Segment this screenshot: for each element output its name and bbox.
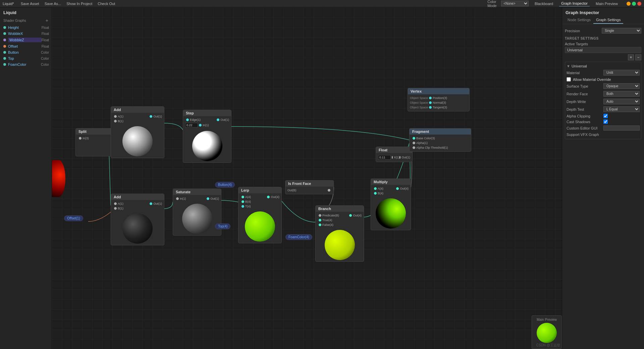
isfront-out-port	[328, 189, 330, 192]
save-asset-button[interactable]: Save Asset	[19, 2, 41, 6]
minimize-button[interactable]	[627, 2, 631, 6]
red-sphere-left	[52, 160, 65, 197]
material-value: Unlit Lit	[603, 70, 640, 76]
main-preview-tab-button[interactable]: Main Preview	[594, 1, 620, 6]
vertex-norm-port	[429, 101, 432, 104]
surface-type-select[interactable]: Opaque Transparent	[603, 83, 640, 89]
depth-write-value: Auto ForceEnabled	[603, 99, 640, 104]
active-targets-label: Active Targets	[565, 42, 602, 46]
saturate-body: In(1) Out(1)	[173, 195, 221, 202]
lerp-b-port	[241, 200, 244, 203]
depth-write-select[interactable]: Auto ForceEnabled	[603, 99, 640, 104]
node-settings-tab[interactable]: Node Settings	[565, 16, 593, 24]
step-value-input[interactable]	[185, 123, 198, 128]
remove-target-button[interactable]: −	[635, 54, 641, 60]
isfront-header: Is Front Face	[285, 181, 333, 187]
inspector-body: Precision Single Half Target Settings Ac…	[562, 24, 644, 349]
variable-wobblex[interactable]: WobbleX Float	[0, 31, 52, 37]
graph-inspector-title: Graph Inspector	[562, 7, 644, 16]
canvas-area[interactable]: Split In(3) R(1) G(1) B(1)	[52, 7, 562, 349]
check-out-button[interactable]: Check Out	[96, 2, 116, 6]
cast-shadows-checkbox[interactable]	[603, 119, 608, 124]
window-controls	[627, 2, 641, 6]
multiply-out-port	[396, 187, 399, 190]
offset-tag: Offset(1)	[64, 215, 83, 221]
variable-wobblez[interactable]: WobbleZ Float	[0, 37, 52, 43]
blackboard-tab-button[interactable]: Blackboard	[533, 1, 555, 6]
step-body: Edge(1) Out(1) In(1)	[183, 116, 231, 130]
foamcolor-tag: FoamColor(4)	[285, 234, 312, 240]
lerp-a-port	[241, 196, 244, 198]
target-settings-title: Target Settings	[565, 37, 641, 40]
branch-header: Branch	[316, 206, 364, 212]
add1-preview	[122, 126, 153, 156]
save-as-button[interactable]: Save As...	[43, 2, 63, 6]
float-body: X(1) Out(1)	[376, 153, 412, 162]
universal-section: ▼ Universal Material Unlit Lit Allow Mat…	[565, 62, 641, 139]
add-target-button[interactable]: +	[628, 54, 634, 60]
saturate-header: Saturate	[173, 189, 221, 195]
branch-pred-port	[319, 214, 321, 217]
foamcolor-dot	[3, 63, 6, 66]
allow-material-override-label: Allow Material Override	[573, 78, 611, 82]
add2-header: Add	[111, 194, 164, 200]
add1-out-port	[150, 115, 152, 118]
show-in-project-button[interactable]: Show In Project	[65, 2, 94, 6]
lerp-preview	[245, 211, 275, 242]
add2-preview	[122, 213, 153, 244]
float-value-input[interactable]	[378, 155, 391, 160]
fragment-alpha-port	[413, 142, 415, 144]
precision-value: Single Half	[602, 28, 641, 34]
close-button[interactable]	[637, 2, 641, 6]
custom-editor-gui-input[interactable]	[603, 126, 640, 131]
branch-body: Predicate(B) Out(4) True(4) False(4)	[316, 212, 364, 229]
branch-true-port	[319, 219, 321, 221]
add-shader-graph-button[interactable]: +	[46, 18, 48, 23]
app-title: Liquid*	[3, 2, 14, 6]
graph-settings-tab[interactable]: Graph Settings	[593, 16, 623, 24]
allow-material-override-checkbox[interactable]	[567, 77, 571, 82]
custom-editor-gui-label: Custom Editor GUI	[567, 126, 603, 130]
top-tag: Top(4)	[215, 223, 230, 229]
lerp-out-port	[267, 196, 270, 198]
material-select[interactable]: Unlit Lit	[603, 70, 640, 76]
vertex-header: Vertex	[408, 88, 469, 94]
universal-label: Universal	[572, 64, 587, 68]
fragment-header: Fragment	[410, 129, 471, 135]
multiply-a-port	[374, 187, 377, 190]
variable-foamcolor[interactable]: FoamColor Color	[0, 61, 52, 67]
saturate-preview	[182, 204, 212, 234]
shader-graphs-section: Shader Graphs +	[0, 16, 52, 24]
color-mode-section: Color Mode <None>	[487, 0, 529, 8]
active-targets-row: Active Targets	[565, 41, 641, 47]
main-preview-label: Main Preview	[537, 318, 557, 321]
add1-b-port	[114, 120, 117, 122]
variable-offset[interactable]: Offset Float	[0, 43, 52, 49]
height-type: Float	[42, 26, 49, 30]
variable-height[interactable]: Height Float	[0, 24, 52, 31]
render-face-select[interactable]: Both Front Back	[603, 91, 640, 97]
offset-type: Float	[42, 45, 49, 48]
offset-dot	[3, 45, 6, 48]
render-face-row: Render Face Both Front Back	[567, 90, 640, 98]
depth-test-select[interactable]: L Equal Less Greater	[603, 106, 640, 112]
main-preview-sphere	[537, 323, 557, 343]
depth-write-row: Depth Write Auto ForceEnabled	[567, 98, 640, 105]
add2-a-port	[114, 202, 117, 205]
branch-false-port	[319, 223, 321, 226]
branch-out-port	[349, 214, 352, 217]
node-isfront: Is Front Face Out(B)	[285, 180, 334, 194]
color-mode-select[interactable]: <None>	[501, 1, 529, 6]
precision-select[interactable]: Single Half	[602, 28, 641, 34]
variable-button[interactable]: Button Color	[0, 49, 52, 55]
alpha-clipping-checkbox[interactable]	[603, 114, 608, 118]
variable-top[interactable]: Top Color	[0, 55, 52, 61]
active-targets-value: Universal	[565, 47, 641, 53]
material-label: Material	[567, 71, 603, 75]
surface-type-value: Opaque Transparent	[603, 83, 640, 89]
maximize-button[interactable]	[632, 2, 636, 6]
button-tag: Button(4)	[215, 182, 235, 188]
shader-graphs-label: Shader Graphs	[3, 19, 26, 22]
graph-inspector-tab-button[interactable]: Graph Inspector	[559, 1, 590, 6]
node-saturate: Saturate In(1) Out(1)	[173, 189, 221, 236]
